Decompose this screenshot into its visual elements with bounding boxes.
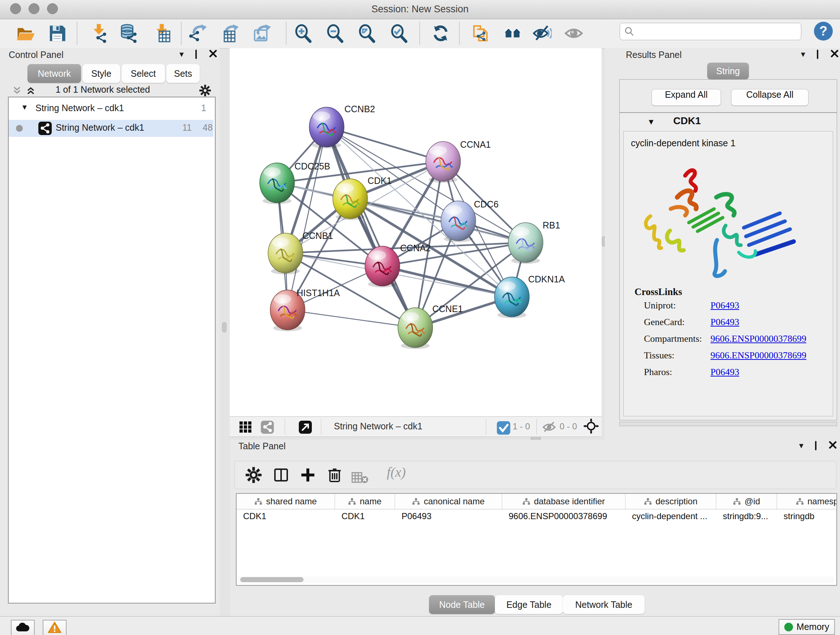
gene-disclosure-triangle[interactable]: ▼ [647, 117, 655, 127]
tab-edge-table[interactable]: Edge Table [495, 595, 563, 614]
gene-section-header[interactable]: ▼ CDK1 [620, 113, 837, 130]
search-box[interactable] [620, 23, 801, 40]
edge-CCNB2-CCNE1[interactable] [327, 127, 415, 328]
node-HIST1H1A[interactable]: HIST1H1A [270, 288, 340, 331]
node-CDKN1A[interactable]: CDKN1A [494, 274, 565, 318]
table-cell[interactable]: P06493 [401, 509, 500, 524]
hide-selected-icon[interactable] [532, 24, 552, 43]
collapse-all-button[interactable]: Collapse All [731, 89, 808, 106]
save-session-icon[interactable] [47, 24, 67, 43]
column-header-id[interactable]: @id [716, 494, 777, 509]
show-columns-icon[interactable] [272, 466, 290, 484]
crosslink-link[interactable]: P06493 [711, 317, 739, 328]
edge-CCNB2-HIST1H1A[interactable] [287, 127, 327, 310]
grid-view-icon[interactable] [238, 419, 253, 434]
close-panel-icon[interactable] [209, 50, 217, 59]
float-table-icon[interactable] [815, 442, 816, 450]
node-CCNB1[interactable]: CCNB1 [268, 231, 333, 274]
tab-sets[interactable]: Sets [166, 64, 200, 83]
table-cell[interactable]: 9606.ENSP00000378699 [508, 509, 623, 524]
table-cell[interactable]: stringdb [783, 509, 837, 524]
birds-eye-view-icon[interactable] [584, 418, 600, 435]
selected-checkbox-icon[interactable] [496, 420, 508, 432]
crosslink-link[interactable]: 9606.ENSP00000378699 [711, 350, 806, 361]
tab-network[interactable]: Network [27, 64, 81, 83]
import-table-icon[interactable] [152, 24, 171, 43]
node-CCNE1[interactable]: CCNE1 [398, 304, 463, 349]
edge-CCNA2-CDKN1A[interactable] [382, 266, 512, 297]
column-header-name[interactable]: name [335, 494, 395, 509]
expand-all-button[interactable]: Expand All [652, 89, 721, 106]
collapse-table-icon[interactable]: ▼ [798, 442, 805, 450]
node-label-CCNB2: CCNB2 [344, 104, 375, 114]
table-cell[interactable]: stringdb:9... [723, 509, 775, 524]
zoom-in-icon[interactable] [294, 24, 313, 43]
table-cell[interactable]: cyclin-dependent ... [632, 509, 714, 524]
node-CDK1[interactable]: CDK1 [333, 176, 392, 220]
table-horizontal-scrollbar[interactable] [237, 576, 834, 583]
warnings-button[interactable] [43, 620, 66, 635]
crosslink-link[interactable]: P06493 [711, 367, 739, 378]
detach-view-icon[interactable] [298, 419, 313, 434]
close-results-icon[interactable] [831, 50, 838, 59]
table-cell[interactable]: CDK1 [341, 509, 393, 524]
cloud-status-button[interactable] [11, 620, 35, 635]
column-header-databaseidentifier[interactable]: database identifier [502, 494, 625, 509]
gene-name: CDK1 [673, 115, 701, 127]
delete-column-icon[interactable] [326, 466, 343, 484]
scrollbar-thumb[interactable] [240, 577, 303, 582]
tab-style[interactable]: Style [82, 64, 120, 83]
network-share-view-icon[interactable] [260, 419, 275, 434]
add-column-icon[interactable] [299, 466, 317, 484]
results-panel-title: Results Panel [626, 50, 682, 60]
collection-disclosure-triangle[interactable]: ▼ [21, 103, 28, 111]
float-results-icon[interactable] [817, 50, 818, 59]
node-RB1[interactable]: RB1 [508, 220, 561, 264]
refresh-view-icon[interactable] [431, 24, 450, 43]
crosslink-link[interactable]: P06493 [711, 300, 739, 311]
home-view-icon[interactable] [503, 24, 523, 43]
toolbar-separator [286, 22, 286, 44]
import-network-icon[interactable] [88, 24, 108, 43]
node-CCNA2[interactable]: CCNA2 [365, 243, 431, 287]
show-all-icon[interactable] [564, 24, 584, 43]
node-CDC6[interactable]: CDC6 [441, 199, 499, 242]
import-database-icon[interactable] [119, 24, 139, 43]
network-row-selected[interactable]: String Network – cdk1 11 48 [9, 120, 213, 137]
edge-HIST1H1A-CCNE1[interactable] [287, 310, 415, 328]
column-header-canonicalname[interactable]: canonical name [395, 494, 502, 509]
crosslink-link[interactable]: 9606.ENSP00000378699 [711, 333, 806, 344]
network-canvas[interactable]: CCNB2CCNA1CDC25BCDK1CDC6RB1CCNB1CCNA2CDK… [230, 48, 602, 416]
export-image-icon[interactable] [252, 24, 272, 43]
network-view-title: String Network – cdk1 [334, 421, 423, 432]
zoom-selected-icon[interactable] [389, 24, 409, 43]
table-cell[interactable]: CDK1 [243, 509, 332, 524]
open-session-icon[interactable] [16, 24, 35, 43]
next-gene-section-collapsed[interactable] [619, 422, 837, 426]
help-button[interactable]: ? [814, 22, 833, 41]
export-network-icon[interactable] [189, 24, 208, 43]
hidden-eye-icon[interactable] [542, 419, 557, 434]
copy-network-share-icon[interactable] [471, 24, 490, 43]
float-panel-icon[interactable] [195, 50, 197, 59]
zoom-out-icon[interactable] [325, 24, 345, 43]
column-header-sharedname[interactable]: shared name [237, 494, 335, 509]
export-table-icon[interactable] [220, 24, 240, 43]
network-collection-row[interactable]: ▼ String Network – cdk1 1 [9, 100, 213, 117]
collapse-panel-icon[interactable]: ▼ [178, 50, 185, 59]
network-label: String Network – cdk1 [56, 122, 144, 133]
zoom-fit-icon[interactable] [357, 24, 377, 43]
edge-CCNB2-CCNA1[interactable] [327, 127, 443, 162]
tab-string[interactable]: String [707, 63, 749, 79]
memory-button[interactable]: Memory [778, 619, 835, 635]
column-header-description[interactable]: description [625, 494, 716, 509]
table-settings-gear-icon[interactable] [245, 466, 262, 484]
search-input[interactable] [638, 25, 798, 38]
collapse-results-icon[interactable]: ▼ [799, 50, 807, 59]
tab-network-table[interactable]: Network Table [563, 595, 645, 614]
column-header-namespace[interactable]: namespace [777, 494, 837, 509]
close-table-icon[interactable] [829, 441, 837, 451]
tab-select[interactable]: Select [122, 64, 165, 83]
left-splitter-handle[interactable] [222, 322, 226, 333]
tab-node-table[interactable]: Node Table [429, 595, 495, 614]
